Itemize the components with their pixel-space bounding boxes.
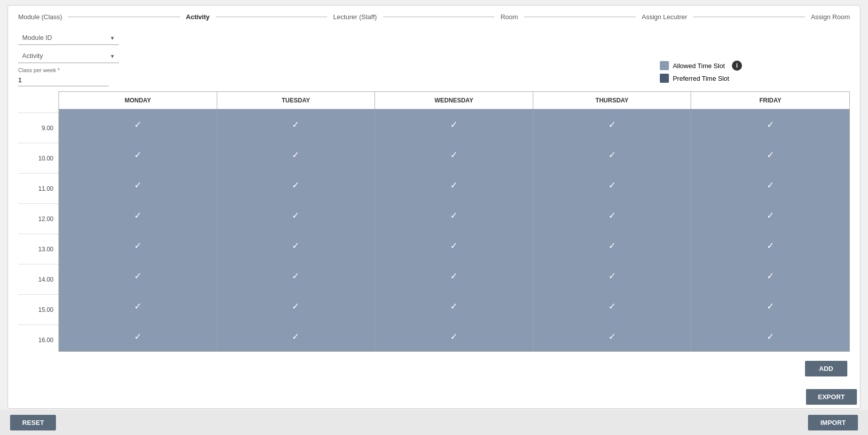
checkmark-icon: ✓ bbox=[608, 270, 616, 282]
grid-cell-friday-11-00[interactable]: ✓ bbox=[691, 170, 849, 200]
checkmark-icon: ✓ bbox=[767, 210, 774, 221]
wizard-step-module[interactable]: Module (Class) bbox=[18, 13, 62, 21]
grid-cell-wednesday-9-00[interactable]: ✓ bbox=[375, 110, 533, 139]
grid-cell-friday-15-00[interactable]: ✓ bbox=[691, 291, 849, 321]
legend-allowed: Allowed Time Slot i bbox=[660, 61, 742, 71]
grid-cell-thursday-9-00[interactable]: ✓ bbox=[533, 110, 692, 139]
grid-cell-thursday-10-00[interactable]: ✓ bbox=[533, 140, 692, 170]
grid-cell-monday-13-00[interactable]: ✓ bbox=[59, 231, 217, 260]
grid-cell-monday-15-00[interactable]: ✓ bbox=[59, 291, 217, 321]
wizard-step-activity-label: Activity bbox=[186, 13, 210, 21]
wizard-step-assign-lecturer-label: Assign Lecutrer bbox=[642, 13, 687, 21]
export-button[interactable]: EXPORT bbox=[806, 389, 857, 405]
grid-cell-tuesday-12-00[interactable]: ✓ bbox=[217, 200, 376, 230]
checkmark-icon: ✓ bbox=[767, 331, 774, 342]
wizard-step-lecturer-label: Lecturer (Staff) bbox=[333, 13, 377, 21]
grid-cell-friday-13-00[interactable]: ✓ bbox=[691, 231, 849, 260]
checkmark-icon: ✓ bbox=[134, 149, 142, 160]
grid-cell-friday-16-00[interactable]: ✓ bbox=[691, 321, 849, 351]
grid-cell-wednesday-13-00[interactable]: ✓ bbox=[375, 231, 533, 260]
day-tuesday: TUESDAY bbox=[217, 92, 376, 109]
checkmark-icon: ✓ bbox=[292, 149, 299, 160]
wizard-step-activity[interactable]: Activity bbox=[186, 13, 210, 21]
time-spacer bbox=[18, 91, 58, 113]
wizard-step-room-label: Room bbox=[501, 13, 518, 21]
grid-area: MONDAY TUESDAY WEDNESDAY THURSDAY FRIDAY… bbox=[58, 91, 850, 355]
grid-cell-tuesday-11-00[interactable]: ✓ bbox=[217, 170, 376, 200]
checkmark-icon: ✓ bbox=[767, 119, 774, 130]
checkmark-icon: ✓ bbox=[767, 240, 774, 251]
time-cell-11: 11.00 bbox=[18, 173, 58, 203]
grid-cell-monday-16-00[interactable]: ✓ bbox=[59, 321, 217, 351]
reset-button[interactable]: RESET bbox=[10, 415, 56, 430]
wizard-divider-5 bbox=[693, 17, 804, 17]
grid-row-10-00: ✓✓✓✓✓ bbox=[59, 139, 849, 170]
checkmark-icon: ✓ bbox=[134, 240, 142, 251]
wizard-step-room[interactable]: Room bbox=[501, 13, 518, 21]
grid-cell-thursday-13-00[interactable]: ✓ bbox=[533, 231, 692, 260]
checkmark-icon: ✓ bbox=[608, 119, 616, 130]
checkmark-icon: ✓ bbox=[608, 180, 616, 191]
checkmark-icon: ✓ bbox=[134, 210, 142, 221]
checkmark-icon: ✓ bbox=[608, 301, 616, 312]
grid-cell-thursday-14-00[interactable]: ✓ bbox=[533, 261, 692, 291]
grid-cell-friday-9-00[interactable]: ✓ bbox=[691, 110, 849, 139]
class-per-week-input[interactable] bbox=[18, 74, 109, 86]
grid-cell-tuesday-9-00[interactable]: ✓ bbox=[217, 110, 376, 139]
allowed-label: Allowed Time Slot bbox=[673, 62, 725, 70]
wizard-step-assign-lecturer[interactable]: Assign Lecutrer bbox=[642, 13, 687, 21]
checkmark-icon: ✓ bbox=[450, 270, 458, 282]
time-cell-15: 15.00 bbox=[18, 294, 58, 324]
grid-cell-friday-14-00[interactable]: ✓ bbox=[691, 261, 849, 291]
grid-cell-monday-10-00[interactable]: ✓ bbox=[59, 140, 217, 170]
checkmark-icon: ✓ bbox=[767, 301, 774, 312]
grid-cell-tuesday-16-00[interactable]: ✓ bbox=[217, 321, 376, 351]
time-cell-10: 10.00 bbox=[18, 143, 58, 173]
import-button[interactable]: IMPORT bbox=[808, 415, 858, 430]
grid-cell-wednesday-12-00[interactable]: ✓ bbox=[375, 200, 533, 230]
info-icon[interactable]: i bbox=[732, 61, 742, 71]
checkmark-icon: ✓ bbox=[767, 149, 774, 160]
grid-cell-wednesday-14-00[interactable]: ✓ bbox=[375, 261, 533, 291]
grid-cell-friday-12-00[interactable]: ✓ bbox=[691, 200, 849, 230]
grid-cell-friday-10-00[interactable]: ✓ bbox=[691, 140, 849, 170]
checkmark-icon: ✓ bbox=[134, 331, 142, 342]
grid-row-11-00: ✓✓✓✓✓ bbox=[59, 170, 849, 200]
checkmark-icon: ✓ bbox=[134, 119, 142, 130]
grid-cell-wednesday-10-00[interactable]: ✓ bbox=[375, 140, 533, 170]
checkmark-icon: ✓ bbox=[292, 119, 299, 130]
checkmark-icon: ✓ bbox=[608, 240, 616, 251]
grid-cell-thursday-11-00[interactable]: ✓ bbox=[533, 170, 692, 200]
grid-cell-wednesday-15-00[interactable]: ✓ bbox=[375, 291, 533, 321]
wizard-step-assign-room-label: Assign Room bbox=[811, 13, 850, 21]
time-cell-14: 14.00 bbox=[18, 264, 58, 294]
checkmark-icon: ✓ bbox=[450, 180, 458, 191]
day-monday: MONDAY bbox=[59, 92, 217, 109]
grid-cell-tuesday-13-00[interactable]: ✓ bbox=[217, 231, 376, 260]
grid-cell-monday-11-00[interactable]: ✓ bbox=[59, 170, 217, 200]
grid-row-16-00: ✓✓✓✓✓ bbox=[59, 321, 849, 351]
grid-cell-wednesday-16-00[interactable]: ✓ bbox=[375, 321, 533, 351]
grid-cell-monday-12-00[interactable]: ✓ bbox=[59, 200, 217, 230]
grid-cell-monday-9-00[interactable]: ✓ bbox=[59, 110, 217, 139]
grid-row-15-00: ✓✓✓✓✓ bbox=[59, 291, 849, 321]
checkmark-icon: ✓ bbox=[450, 240, 458, 251]
wizard-step-assign-room[interactable]: Assign Room bbox=[811, 13, 850, 21]
module-id-select[interactable]: Module ID bbox=[18, 31, 119, 45]
grid-cell-thursday-12-00[interactable]: ✓ bbox=[533, 200, 692, 230]
activity-select[interactable]: Activity bbox=[18, 49, 119, 63]
grid-cell-tuesday-14-00[interactable]: ✓ bbox=[217, 261, 376, 291]
grid-cell-thursday-15-00[interactable]: ✓ bbox=[533, 291, 692, 321]
grid-cell-monday-14-00[interactable]: ✓ bbox=[59, 261, 217, 291]
grid-row-9-00: ✓✓✓✓✓ bbox=[59, 109, 849, 139]
grid-cell-tuesday-10-00[interactable]: ✓ bbox=[217, 140, 376, 170]
wizard-step-module-label: Module (Class) bbox=[18, 13, 62, 21]
grid-cell-wednesday-11-00[interactable]: ✓ bbox=[375, 170, 533, 200]
wizard-step-lecturer[interactable]: Lecturer (Staff) bbox=[333, 13, 377, 21]
grid-cell-thursday-16-00[interactable]: ✓ bbox=[533, 321, 692, 351]
checkmark-icon: ✓ bbox=[608, 149, 616, 160]
add-button[interactable]: ADD bbox=[805, 361, 847, 376]
grid-cell-tuesday-15-00[interactable]: ✓ bbox=[217, 291, 376, 321]
checkmark-icon: ✓ bbox=[450, 119, 458, 130]
legend-preferred: Preferred Time Slot bbox=[660, 74, 742, 83]
